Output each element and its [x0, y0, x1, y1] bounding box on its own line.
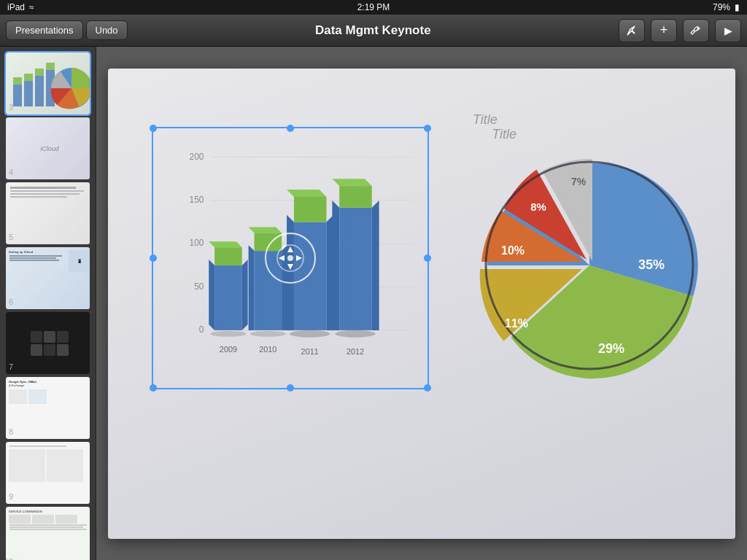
rotation-icon[interactable]: [265, 233, 316, 284]
svg-point-31: [250, 330, 286, 336]
status-time: 2:19 PM: [357, 2, 390, 12]
slide-number-8: 8: [6, 427, 13, 436]
svg-text:35%: 35%: [638, 257, 665, 272]
slide-number-7: 7: [6, 362, 13, 371]
svg-rect-5: [35, 69, 44, 76]
slide-thumb-10[interactable]: 10 SERVICE COMPARISON: [6, 507, 90, 560]
slide-number-6: 6: [6, 298, 13, 306]
wrench-icon: [689, 24, 703, 37]
pointer-icon: [625, 24, 638, 37]
svg-rect-41: [339, 186, 372, 208]
svg-marker-30: [249, 227, 282, 233]
wrench-button[interactable]: [683, 19, 709, 42]
slide-thumb-inner-6: Setting up iCloud 📱: [6, 247, 90, 309]
slide-thumb-3[interactable]: 3: [6, 52, 90, 114]
svg-rect-4: [35, 76, 44, 106]
status-left: iPad ≈: [7, 2, 34, 12]
slide-number-3: 3: [6, 103, 13, 112]
slide-number-4: 4: [6, 168, 13, 176]
svg-rect-1: [13, 77, 22, 85]
slide-content[interactable]: Title: [108, 69, 735, 539]
svg-point-52: [287, 255, 293, 261]
svg-rect-3: [24, 74, 33, 81]
svg-text:200: 200: [190, 151, 204, 161]
svg-marker-37: [287, 190, 326, 197]
status-right: 79% ▮: [713, 2, 740, 12]
slide-thumb-inner-4: iCloud: [6, 117, 90, 179]
slide-thumb-8[interactable]: 8 Google Sync, GMail, & Exchange: [6, 377, 90, 439]
play-icon: ▶: [724, 25, 732, 36]
toolbar-right: + ▶: [619, 19, 741, 42]
wifi-icon: ≈: [29, 2, 34, 12]
svg-text:50: 50: [194, 281, 204, 291]
toolbar-left: Presentations Undo: [6, 20, 128, 40]
svg-rect-19: [214, 265, 242, 330]
presentations-button[interactable]: Presentations: [6, 20, 83, 40]
svg-text:2012: 2012: [347, 346, 364, 355]
svg-text:2009: 2009: [220, 344, 237, 353]
svg-text:2010: 2010: [259, 344, 276, 353]
slide-thumb-9[interactable]: 9: [6, 442, 90, 504]
svg-text:7%: 7%: [571, 176, 587, 187]
toolbar-center: Data Mgmt Keynote: [128, 23, 619, 38]
toolbar: Presentations Undo Data Mgmt Keynote + ▶: [0, 15, 747, 47]
svg-rect-20: [214, 247, 242, 265]
slide-thumb-inner-9: [6, 442, 90, 504]
pointer-tool-button[interactable]: [619, 19, 645, 42]
svg-text:8%: 8%: [530, 201, 546, 213]
slide-thumb-5[interactable]: 5: [6, 182, 90, 244]
svg-text:29%: 29%: [598, 341, 624, 356]
svg-rect-0: [13, 85, 22, 106]
slide-thumb-inner-8: Google Sync, GMail, & Exchange: [6, 377, 90, 439]
bar-chart-container[interactable]: 200 150 100 50 0: [152, 127, 429, 389]
slide-panel[interactable]: 3: [0, 47, 96, 560]
svg-marker-50: [287, 264, 293, 270]
slide-thumb-4[interactable]: 4 iCloud: [6, 117, 90, 179]
svg-rect-34: [294, 196, 327, 222]
svg-marker-49: [296, 255, 302, 261]
svg-marker-51: [279, 255, 285, 261]
slide-number-9: 9: [6, 492, 13, 501]
pie-chart-container: Title: [465, 141, 713, 389]
slide-number-10: 10: [6, 557, 13, 560]
svg-point-45: [335, 330, 375, 337]
svg-text:2011: 2011: [301, 346, 319, 355]
slide-3-preview: [9, 55, 90, 112]
add-icon: +: [660, 23, 668, 38]
slide-thumb-inner-10: SERVICE COMPARISON: [6, 507, 90, 560]
svg-marker-43: [372, 200, 379, 330]
svg-rect-40: [339, 207, 372, 330]
svg-marker-23: [209, 241, 241, 247]
pie-chart-svg: 35% 29% 11% 10% 8% 7%: [465, 141, 713, 389]
slide-thumb-inner-7: [6, 312, 90, 374]
undo-button[interactable]: Undo: [86, 20, 128, 40]
svg-point-24: [210, 330, 246, 336]
svg-rect-2: [24, 81, 33, 106]
svg-text:10%: 10%: [501, 244, 525, 257]
svg-text:11%: 11%: [505, 317, 528, 330]
rotate-arrows-icon: [276, 244, 305, 273]
main-layout: 3: [0, 47, 747, 560]
slide-thumb-inner-5: [6, 182, 90, 244]
slide-thumb-7[interactable]: 7: [6, 312, 90, 374]
battery-percentage: 79%: [713, 2, 730, 12]
svg-text:100: 100: [190, 238, 204, 248]
device-label: iPad: [7, 2, 25, 12]
slide-thumb-inner-3: [6, 52, 90, 114]
add-object-button[interactable]: +: [651, 19, 677, 42]
svg-text:0: 0: [199, 324, 204, 334]
slide-number-5: 5: [6, 233, 13, 241]
slide-canvas: Title: [96, 47, 747, 560]
play-button[interactable]: ▶: [715, 19, 741, 42]
svg-marker-48: [287, 246, 293, 252]
svg-text:150: 150: [190, 194, 204, 204]
svg-marker-28: [249, 245, 255, 330]
pie-chart-title: Title: [473, 112, 498, 128]
slide-thumb-6[interactable]: 6 Setting up iCloud 📱: [6, 247, 90, 309]
document-title: Data Mgmt Keynote: [315, 23, 431, 38]
status-bar: iPad ≈ 2:19 PM 79% ▮: [0, 0, 747, 15]
svg-point-38: [290, 330, 330, 337]
svg-rect-7: [46, 63, 55, 70]
svg-marker-21: [209, 259, 214, 330]
battery-icon: ▮: [735, 2, 740, 12]
